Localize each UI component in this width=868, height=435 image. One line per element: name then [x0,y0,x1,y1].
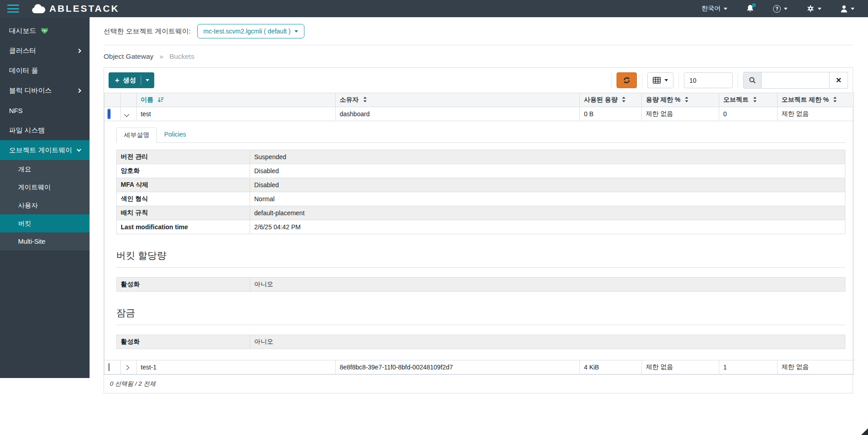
sidebar-item-multisite[interactable]: Multi-Site [0,232,90,251]
chevron-right-icon [77,48,81,53]
divider [116,267,845,268]
detail-value: 아니오 [250,278,845,292]
language-label: 한국어 [702,5,721,13]
notifications-button[interactable] [746,5,754,13]
detail-key: 배치 규칙 [117,206,250,220]
tab-details[interactable]: 세부설명 [116,128,157,143]
breadcrumb-section: Object Gateway [104,52,153,60]
refresh-button[interactable] [617,72,637,88]
detail-key: 암호화 [117,164,250,178]
sidebar: 대시보드 클러스터 데이터 풀 블럭 디바이스 NFS 파일 시스템 오브젝트 … [0,17,90,378]
refresh-icon [623,76,631,84]
column-header-objects[interactable]: 오브젝트 [719,93,778,107]
search-group [743,72,848,89]
cell-owner: 8e8f8bc8-39e7-11f0-8bfd-00248109f2d7 [336,360,580,374]
chevron-right-icon [77,88,81,93]
help-dropdown[interactable] [773,5,787,13]
table-row[interactable]: test dashboard 0 B 제한 없음 0 제한 없음 [104,107,854,121]
sidebar-item-gateways[interactable]: 게이트웨이 [0,178,90,196]
column-header-name[interactable]: 이름 [137,93,336,107]
selection-status: 0 선택됨 / 2 전체 [104,374,853,393]
resize-corner-icon [861,428,868,435]
divider [678,72,679,89]
section-title-bucket-quota: 버킷 할당량 [116,249,845,262]
cell-owner: dashboard [336,107,580,121]
gateway-select-label: 선택한 오브젝트 게이트웨이: [104,27,191,36]
sidebar-item-nfs[interactable]: NFS [0,100,90,120]
sidebar-item-filesystem[interactable]: 파일 시스템 [0,120,90,140]
table-row[interactable]: test-1 8e8f8bc8-39e7-11f0-8bfd-00248109f… [104,360,854,374]
settings-dropdown[interactable] [806,5,821,13]
cloud-icon [31,4,46,14]
cell-capacity-limit: 제한 없음 [642,360,719,374]
column-header-object-limit[interactable]: 오브젝트 제한 % [778,93,854,107]
collapse-row-icon[interactable] [124,112,129,117]
main-content: 선택한 오브젝트 게이트웨이: mc-test.scvm2.lgcmli ( d… [90,17,868,435]
expand-row-icon[interactable] [124,365,129,370]
cell-object-limit: 제한 없음 [778,360,854,374]
column-toggle-button[interactable] [647,72,674,88]
page-size-input[interactable] [684,72,733,88]
row-checkbox[interactable] [109,110,109,118]
lock-table: 활성화 아니오 [116,335,845,349]
table-toolbar: 생성 [104,68,853,93]
cell-object-limit: 제한 없음 [778,107,854,121]
gateway-select-dropdown[interactable]: mc-test.scvm2.lgcmli ( default ) [197,24,305,38]
sidebar-item-users[interactable]: 사용자 [0,196,90,214]
chevron-down-icon [818,8,821,10]
sidebar-item-overview[interactable]: 개요 [0,160,90,178]
table-grid-icon [653,77,661,84]
column-header-used-capacity[interactable]: 사용된 용량 [580,93,642,107]
sidebar-item-cluster[interactable]: 클러스터 [0,41,90,61]
breadcrumb-separator: » [160,52,164,60]
chevron-down-icon [724,8,727,10]
sidebar-item-buckets[interactable]: 버킷 [0,214,90,232]
chevron-down-icon [146,79,149,81]
divider [104,45,853,45]
brand-logo[interactable]: ABLESTACK [31,3,119,14]
buckets-table-panel: 생성 [104,67,853,393]
sort-descending-icon [157,97,164,103]
detail-key: 활성화 [117,278,250,292]
detail-expansion-row: 세부설명 Policies 버전 관리 Suspended 암호화 Disabl… [104,121,854,360]
breadcrumb-page: Buckets [170,52,194,60]
chevron-down-icon [294,30,298,33]
sidebar-item-dashboard[interactable]: 대시보드 [0,21,90,41]
create-button[interactable]: 생성 [109,72,154,88]
user-icon [840,5,848,13]
detail-value: Suspended [250,150,845,164]
sort-icon [621,96,626,104]
search-input[interactable] [762,72,830,89]
user-dropdown[interactable] [840,5,854,13]
divider [642,72,642,89]
tab-policies[interactable]: Policies [157,128,193,142]
table-header-row: 이름 소유자 [104,93,854,107]
sidebar-item-pools[interactable]: 데이터 풀 [0,61,90,80]
brand-name: ABLESTACK [49,3,119,14]
detail-tabs: 세부설명 Policies [116,128,845,143]
menu-toggle-button[interactable] [7,5,19,13]
sort-icon [753,96,757,104]
top-navbar: ABLESTACK 한국어 [0,0,868,17]
column-header-capacity-limit[interactable]: 용량 제한 % [642,93,719,107]
notification-badge [752,3,756,7]
detail-value: 2/6/25 04:42 PM [250,220,845,234]
detail-value: Normal [250,192,845,206]
chevron-down-icon [77,147,81,151]
cell-objects: 1 [719,360,778,374]
detail-value: Disabled [250,178,845,192]
gear-icon [806,5,815,13]
language-dropdown[interactable]: 한국어 [702,5,727,13]
clear-search-button[interactable] [830,72,848,89]
chevron-down-icon [851,8,854,10]
sidebar-item-object-gateway[interactable]: 오브젝트 게이트웨이 [0,140,90,160]
sort-icon [363,96,367,104]
sidebar-item-block[interactable]: 블럭 디바이스 [0,80,90,100]
section-title-lock: 잠금 [116,307,845,319]
divider [116,325,845,325]
column-header-owner[interactable]: 소유자 [336,93,580,107]
row-checkbox[interactable] [109,363,109,371]
health-heart-icon [41,28,48,34]
help-icon [773,5,781,13]
cell-capacity-limit: 제한 없음 [642,107,719,121]
